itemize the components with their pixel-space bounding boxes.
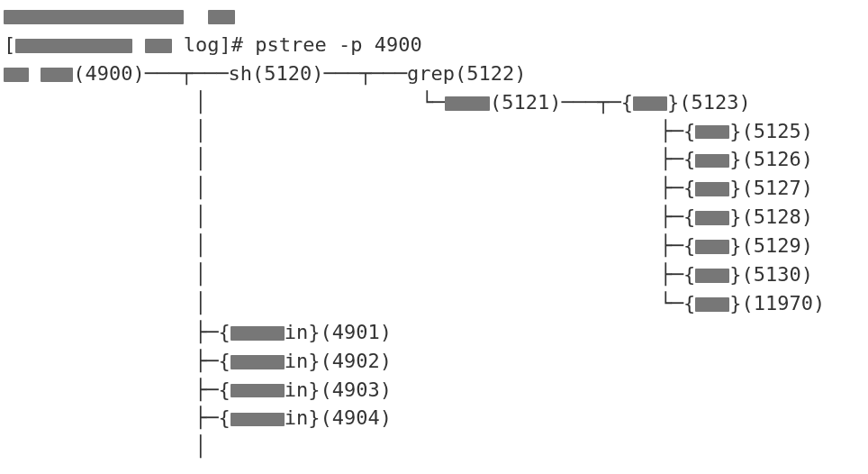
terminal-output: [ log]# pstree -p 4900 (4900)───┬───sh(5…	[4, 2, 864, 461]
